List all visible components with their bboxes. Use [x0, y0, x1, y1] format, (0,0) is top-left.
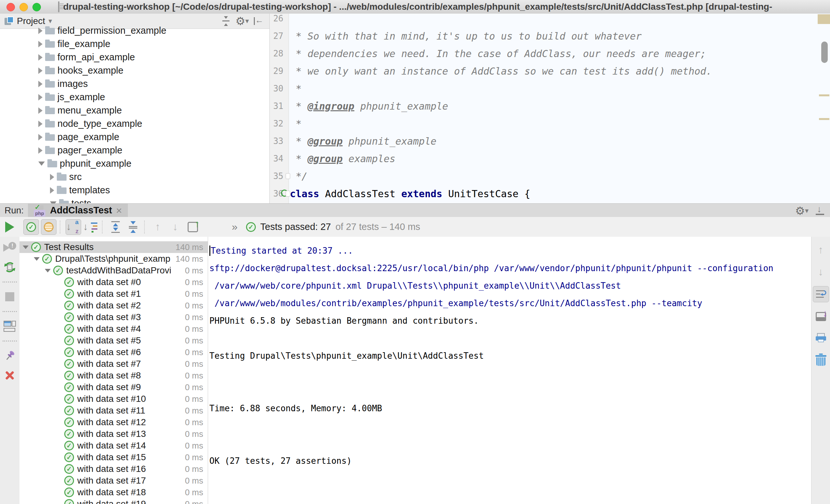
- expand-arrow-icon[interactable]: [38, 81, 42, 87]
- collapse-arrow-icon[interactable]: [38, 162, 45, 166]
- test-console-output[interactable]: Testing started at 20:37 ...sftp://docke…: [208, 237, 811, 504]
- test-tree-row[interactable]: ✓with data set #170 ms: [20, 475, 208, 486]
- expand-arrow-icon[interactable]: [50, 187, 54, 194]
- export-test-results-button[interactable]: ↑: [185, 219, 201, 235]
- close-tab-icon[interactable]: ×: [116, 206, 122, 215]
- sort-alphabetically-toggle[interactable]: ↓ a z: [66, 219, 81, 235]
- collapse-arrow-icon[interactable]: [33, 257, 40, 261]
- pin-tab-button[interactable]: [2, 348, 18, 364]
- scroll-to-end-button[interactable]: ↓: [813, 309, 829, 324]
- test-tree-row[interactable]: ✓Drupal\Tests\phpunit_example\Unit\AddCl…: [20, 253, 208, 265]
- test-tree-row[interactable]: ✓with data set #130 ms: [20, 428, 208, 440]
- warning-stripe-mark[interactable]: [819, 94, 829, 96]
- test-tree-row[interactable]: ✓with data set #70 ms: [20, 358, 208, 370]
- project-view-caret-icon[interactable]: ▾: [49, 17, 52, 25]
- test-tree-row[interactable]: ✓testAddWithBadDataProvider0 ms: [20, 265, 208, 276]
- code-line[interactable]: 30 *: [270, 80, 830, 97]
- test-tree-row[interactable]: ✓with data set #140 ms: [20, 440, 208, 451]
- clear-all-button[interactable]: [813, 353, 829, 368]
- project-tree-item[interactable]: images: [0, 77, 269, 91]
- sort-by-duration-button[interactable]: ↓: [83, 219, 99, 235]
- test-tree-row[interactable]: ✓with data set #60 ms: [20, 346, 208, 358]
- test-tree-row[interactable]: ✓with data set #40 ms: [20, 323, 208, 335]
- test-tree-row[interactable]: ✓with data set #10 ms: [20, 288, 208, 300]
- hide-run-panel-button[interactable]: ↓: [816, 205, 826, 216]
- project-tree-item[interactable]: page_example: [0, 130, 269, 144]
- test-tree-row[interactable]: ✓with data set #80 ms: [20, 370, 208, 381]
- test-tree-row[interactable]: ✓with data set #150 ms: [20, 451, 208, 463]
- project-settings-button[interactable]: ⚙ ▾: [236, 14, 249, 28]
- test-tree-row[interactable]: ✓with data set #120 ms: [20, 416, 208, 428]
- test-tree-row[interactable]: ✓with data set #30 ms: [20, 311, 208, 323]
- collapse-all-button[interactable]: [219, 14, 232, 28]
- run-settings-button[interactable]: ⚙ ▾: [795, 205, 808, 216]
- expand-arrow-icon[interactable]: [38, 121, 42, 127]
- close-run-panel-button[interactable]: [2, 367, 18, 383]
- show-ignored-toggle[interactable]: [41, 219, 57, 235]
- toggle-auto-test-button[interactable]: [2, 260, 18, 275]
- test-tree-row[interactable]: ✓with data set #20 ms: [20, 300, 208, 311]
- expand-arrow-icon[interactable]: [38, 67, 42, 74]
- next-occurrence-button[interactable]: ↓: [167, 219, 183, 235]
- stop-button[interactable]: [2, 289, 18, 305]
- fold-marker-icon[interactable]: [286, 191, 290, 197]
- editor-scrollbar-thumb[interactable]: [821, 41, 828, 63]
- warning-stripe-mark[interactable]: [819, 118, 829, 120]
- macos-close-button[interactable]: [6, 3, 15, 11]
- test-tree-row[interactable]: ✓with data set #180 ms: [20, 486, 208, 498]
- macos-minimize-button[interactable]: [20, 3, 28, 11]
- hide-project-panel-button[interactable]: ←: [252, 14, 265, 28]
- test-tree-row[interactable]: ✓Test Results140 ms: [20, 241, 208, 253]
- test-tree-row[interactable]: ✓with data set #190 ms: [20, 498, 208, 504]
- code-editor[interactable]: 2627 * So with that in mind, it's up to …: [270, 13, 830, 203]
- code-line[interactable]: 29 * we only want an instance of AddClas…: [270, 62, 830, 80]
- project-tree-item[interactable]: tests: [0, 197, 269, 203]
- rerun-failed-tests-button[interactable]: !: [2, 240, 18, 256]
- macos-zoom-button[interactable]: [32, 3, 41, 11]
- toolbar-overflow-chevron-icon[interactable]: »: [232, 221, 237, 233]
- project-panel-title[interactable]: Project: [17, 16, 45, 26]
- fold-marker-icon[interactable]: [286, 173, 290, 179]
- expand-arrow-icon[interactable]: [50, 174, 54, 180]
- collapse-arrow-icon[interactable]: [44, 269, 51, 272]
- test-tree-row[interactable]: ✓with data set #110 ms: [20, 405, 208, 416]
- run-tab-addclasstest[interactable]: php ✓ AddClassTest ×: [28, 204, 128, 217]
- project-tree-item[interactable]: js_example: [0, 91, 269, 104]
- expand-all-button[interactable]: [108, 219, 123, 235]
- code-line[interactable]: 34 * @group examples: [270, 150, 830, 167]
- test-tree-row[interactable]: ✓with data set #160 ms: [20, 463, 208, 475]
- code-line[interactable]: 26: [270, 13, 830, 27]
- code-line[interactable]: 32 *: [270, 115, 830, 132]
- next-occurrence-button[interactable]: ↓: [813, 264, 829, 279]
- expand-arrow-icon[interactable]: [38, 107, 42, 114]
- expand-arrow-icon[interactable]: [38, 134, 42, 140]
- expand-arrow-icon[interactable]: [38, 147, 42, 154]
- test-tree-row[interactable]: ✓with data set #00 ms: [20, 276, 208, 288]
- project-tree-item[interactable]: pager_example: [0, 144, 269, 157]
- collapse-arrow-icon[interactable]: [22, 245, 29, 249]
- test-tree-row[interactable]: ✓with data set #50 ms: [20, 335, 208, 346]
- code-line[interactable]: 35 */: [270, 167, 830, 185]
- project-tree-item[interactable]: templates: [0, 183, 269, 197]
- previous-occurrence-button[interactable]: ↑: [150, 219, 165, 235]
- expand-arrow-icon[interactable]: [38, 28, 42, 34]
- show-passed-toggle[interactable]: ✓: [23, 219, 39, 235]
- prev-occurrence-button[interactable]: ↑: [813, 242, 829, 258]
- code-line[interactable]: 28 * dependencies we need. In the case o…: [270, 45, 830, 62]
- project-tree-item[interactable]: src: [0, 170, 269, 183]
- project-tree-item[interactable]: phpunit_example: [0, 157, 269, 170]
- rerun-button[interactable]: [5, 222, 14, 233]
- print-button[interactable]: [813, 331, 829, 346]
- code-line[interactable]: 27 * So with that in mind, it's up to us…: [270, 27, 830, 45]
- collapse-all-button[interactable]: [125, 219, 141, 235]
- code-line[interactable]: 33 * @group phpunit_example: [270, 132, 830, 150]
- project-tree-item[interactable]: node_type_example: [0, 117, 269, 130]
- project-tree-item[interactable]: file_example: [0, 37, 269, 51]
- expand-arrow-icon[interactable]: [38, 94, 42, 101]
- project-tree-item[interactable]: menu_example: [0, 104, 269, 117]
- project-tree-item[interactable]: hooks_example: [0, 64, 269, 77]
- code-line[interactable]: 36class AddClassTest extends UnitTestCas…: [270, 185, 830, 202]
- soft-wrap-toggle[interactable]: [813, 286, 829, 302]
- project-tree-item[interactable]: form_api_example: [0, 51, 269, 64]
- code-line[interactable]: 31 * @ingroup phpunit_example: [270, 97, 830, 115]
